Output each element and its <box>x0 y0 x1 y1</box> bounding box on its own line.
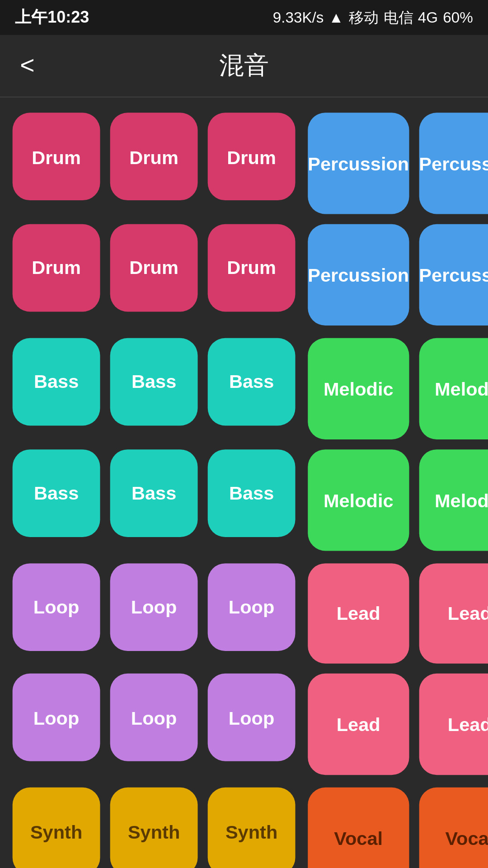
pad-melodic-0[interactable]: Melodic <box>308 338 409 439</box>
pad-drum-3[interactable]: Drum <box>13 224 100 311</box>
pad-loop-3[interactable]: Loop <box>13 674 100 762</box>
pad-percussion-3[interactable]: Percussion <box>308 224 409 325</box>
pad-bass-1[interactable]: Bass <box>110 338 198 425</box>
carrier2: 电信 4G <box>384 7 438 28</box>
pad-loop-4[interactable]: Loop <box>110 674 198 762</box>
pad-grid: DrumDrumDrumDrumDrumDrumPercussionPercus… <box>0 98 488 868</box>
section-melodic: MelodicMelodicMelodicMelodicMelodicMelod… <box>308 338 488 550</box>
pad-drum-0[interactable]: Drum <box>13 113 100 200</box>
section-vocal: VocalVocalVocalVocalVocalVocal <box>308 788 488 868</box>
section-percussion: PercussionPercussionPercussionPercussion… <box>308 113 488 325</box>
pad-vocal-0[interactable]: Vocal <box>308 788 409 868</box>
header: < 混音 <box>0 35 488 98</box>
pad-lead-3[interactable]: Lead <box>308 674 409 775</box>
pad-synth-1[interactable]: Synth <box>110 788 198 868</box>
pad-lead-4[interactable]: Lead <box>419 674 488 775</box>
status-time: 上午10:23 <box>15 6 89 29</box>
pad-percussion-4[interactable]: Percussion <box>419 224 488 325</box>
wifi-icon: ▲ <box>329 9 344 26</box>
pad-melodic-1[interactable]: Melodic <box>419 338 488 439</box>
pad-loop-0[interactable]: Loop <box>13 563 100 651</box>
pad-percussion-0[interactable]: Percussion <box>308 113 409 214</box>
page-title: 混音 <box>219 49 269 83</box>
pad-drum-2[interactable]: Drum <box>208 113 296 200</box>
section-drum: DrumDrumDrumDrumDrumDrum <box>13 113 296 325</box>
back-button[interactable]: < <box>20 52 34 80</box>
section-synth: SynthSynthSynthSynthSynthSynth <box>13 788 296 868</box>
carrier1: 移动 <box>349 7 379 28</box>
pad-bass-4[interactable]: Bass <box>110 449 198 537</box>
pad-synth-2[interactable]: Synth <box>208 788 296 868</box>
pad-bass-5[interactable]: Bass <box>208 449 296 537</box>
pad-bass-2[interactable]: Bass <box>208 338 296 425</box>
battery: 60% <box>443 9 473 26</box>
pad-drum-5[interactable]: Drum <box>208 224 296 311</box>
pad-bass-3[interactable]: Bass <box>13 449 100 537</box>
pad-drum-4[interactable]: Drum <box>110 224 198 311</box>
status-right: 9.33K/s ▲ 移动 电信 4G 60% <box>273 7 473 28</box>
pad-lead-1[interactable]: Lead <box>419 563 488 664</box>
section-loop: LoopLoopLoopLoopLoopLoop <box>13 563 296 775</box>
pad-drum-1[interactable]: Drum <box>110 113 198 200</box>
pad-synth-0[interactable]: Synth <box>13 788 100 868</box>
pad-bass-0[interactable]: Bass <box>13 338 100 425</box>
section-bass: BassBassBassBassBassBass <box>13 338 296 550</box>
pad-lead-0[interactable]: Lead <box>308 563 409 664</box>
pad-percussion-1[interactable]: Percussion <box>419 113 488 214</box>
section-lead: LeadLeadLeadLeadLeadLead <box>308 563 488 775</box>
status-bar: 上午10:23 9.33K/s ▲ 移动 电信 4G 60% <box>0 0 488 35</box>
pad-loop-2[interactable]: Loop <box>208 563 296 651</box>
pad-melodic-3[interactable]: Melodic <box>308 449 409 550</box>
pad-melodic-4[interactable]: Melodic <box>419 449 488 550</box>
pad-loop-1[interactable]: Loop <box>110 563 198 651</box>
network-speed: 9.33K/s <box>273 9 324 26</box>
pad-vocal-1[interactable]: Vocal <box>419 788 488 868</box>
pad-loop-5[interactable]: Loop <box>208 674 296 762</box>
